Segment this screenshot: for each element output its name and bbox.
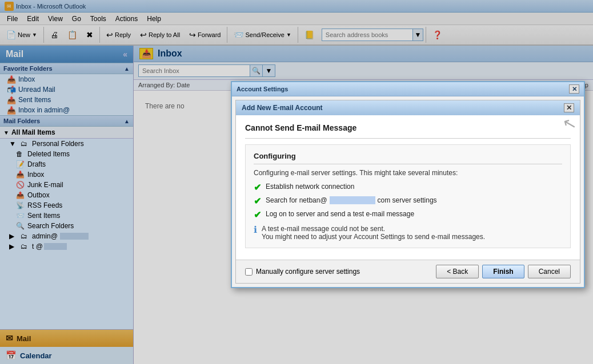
account-settings-dialog: Account Settings ✕ Add New E-mail Accoun…: [231, 81, 585, 288]
config-step-3-text: Log on to server and send a test e-mail …: [266, 210, 414, 218]
info-text: A test e-mail message could not be sent.…: [262, 225, 485, 241]
cancel-button[interactable]: Cancel: [528, 265, 571, 278]
account-settings-titlebar: Account Settings ✕: [232, 82, 584, 96]
check-icon-3: ✔: [254, 209, 261, 220]
config-step-1-text: Establish network connection: [266, 183, 354, 191]
manual-config-checkbox[interactable]: [245, 268, 253, 276]
manual-config-row: Manually configure server settings: [245, 268, 360, 276]
cannot-send-title: Cannot Send E-mail Message: [245, 123, 571, 132]
dialog-divider-1: [245, 138, 571, 139]
dialog-footer: Manually configure server settings < Bac…: [236, 260, 580, 283]
back-button[interactable]: < Back: [436, 265, 479, 278]
add-email-account-title: Add New E-mail Account: [242, 104, 323, 112]
check-icon-1: ✔: [254, 182, 261, 193]
config-step-3: ✔ Log on to server and send a test e-mai…: [254, 210, 562, 220]
info-icon: ℹ: [254, 224, 257, 235]
config-step-1: ✔ Establish network connection: [254, 183, 562, 193]
dialog-content: Cannot Send E-mail Message Configuring C…: [236, 115, 580, 256]
configuring-section: Configuring Configuring e-mail server se…: [245, 144, 571, 248]
config-step-2: ✔ Search for netban@ com server settings: [254, 196, 562, 207]
config-step-2-text: Search for netban@ com server settings: [266, 196, 437, 204]
finish-button[interactable]: Finish: [482, 265, 524, 278]
redacted-email-block: [330, 196, 375, 204]
check-icon-2: ✔: [254, 196, 261, 207]
account-settings-title: Account Settings: [237, 86, 288, 92]
dialog-buttons: < Back Finish Cancel: [436, 265, 571, 278]
configuring-subtitle: Configuring e-mail server settings. This…: [254, 169, 562, 177]
configuring-title: Configuring: [254, 152, 562, 164]
manual-config-label: Manually configure server settings: [256, 268, 360, 276]
config-info-item: ℹ A test e-mail message could not be sen…: [254, 225, 562, 241]
add-email-account-close-btn[interactable]: ✕: [564, 103, 574, 112]
add-email-account-titlebar: Add New E-mail Account ✕: [236, 100, 580, 115]
add-email-account-dialog: Add New E-mail Account ✕ Cannot Send E-m…: [235, 100, 580, 284]
account-settings-close-btn[interactable]: ✕: [569, 84, 579, 94]
